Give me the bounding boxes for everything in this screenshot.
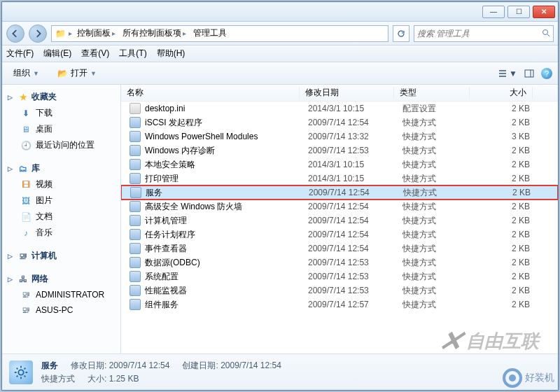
menu-edit[interactable]: 编辑(E): [43, 48, 71, 59]
file-name-label: 服务: [146, 187, 162, 199]
menu-help[interactable]: 帮助(H): [157, 48, 186, 59]
file-name-label: 打印管理: [145, 173, 178, 185]
breadcrumb-2[interactable]: 管理工具: [191, 27, 229, 40]
file-size: 2 KB: [472, 174, 536, 183]
sidebar-item-downloads[interactable]: ⬇下载: [2, 105, 120, 121]
star-icon: ★: [18, 92, 29, 103]
col-type[interactable]: 类型: [394, 87, 470, 99]
preview-pane-button[interactable]: [524, 69, 534, 78]
refresh-button[interactable]: [393, 25, 410, 42]
col-name[interactable]: 名称: [121, 87, 300, 99]
chevron-down-icon: ▼: [33, 70, 39, 77]
file-row[interactable]: desktop.ini2014/3/1 10:15配置设置2 KB: [121, 102, 558, 115]
sidebar-item-network-pc-0[interactable]: 🖳ADMINISTRATOR: [2, 287, 120, 302]
chevron-down-icon: ▼: [509, 69, 517, 78]
file-row[interactable]: 服务2009/7/14 12:54快捷方式2 KB: [121, 186, 558, 200]
recent-icon: 🕘: [20, 140, 31, 151]
file-row[interactable]: 计算机管理2009/7/14 12:54快捷方式2 KB: [121, 214, 558, 227]
file-row[interactable]: 数据源(ODBC)2009/7/14 12:53快捷方式2 KB: [121, 255, 558, 270]
file-name-label: iSCSI 发起程序: [145, 117, 202, 129]
menu-file[interactable]: 文件(F): [6, 48, 34, 59]
file-icon: [130, 145, 141, 156]
file-date: 2009/7/14 12:54: [302, 202, 397, 211]
file-date: 2009/7/14 12:53: [302, 258, 397, 267]
help-button[interactable]: ?: [541, 68, 552, 79]
file-date: 2009/7/14 12:54: [302, 244, 397, 253]
network-icon: 🖧: [18, 274, 29, 285]
desktop-icon: 🖥: [20, 124, 31, 135]
breadcrumb-0[interactable]: 控制面板▸: [75, 27, 118, 40]
file-date: 2009/7/14 12:53: [302, 272, 397, 281]
sidebar-item-videos[interactable]: 🎞视频: [2, 176, 120, 192]
file-row[interactable]: Windows 内存诊断2009/7/14 12:53快捷方式2 KB: [121, 144, 558, 158]
address-bar[interactable]: 📁 ▸ 控制面板▸ 所有控制面板项▸ 管理工具: [51, 25, 388, 42]
column-headers: 名称 修改日期 类型 大小: [121, 85, 558, 102]
maximize-button[interactable]: ☐: [507, 6, 530, 18]
file-icon: [130, 117, 141, 128]
file-row[interactable]: 打印管理2014/3/1 10:15快捷方式2 KB: [121, 172, 558, 186]
file-type: 快捷方式: [397, 299, 472, 311]
file-row[interactable]: 本地安全策略2014/3/1 10:15快捷方式2 KB: [121, 158, 558, 172]
sidebar-item-desktop[interactable]: 🖥桌面: [2, 121, 120, 137]
folder-icon: 📁: [55, 28, 66, 39]
sidebar-item-recent[interactable]: 🕘最近访问的位置: [2, 137, 120, 153]
pc-icon: 🖳: [20, 289, 31, 300]
organize-button[interactable]: 组织 ▼: [8, 65, 45, 81]
file-icon: [130, 159, 141, 170]
col-date[interactable]: 修改日期: [300, 87, 394, 99]
file-row[interactable]: Windows PowerShell Modules2009/7/14 13:3…: [121, 130, 558, 144]
file-row[interactable]: iSCSI 发起程序2009/7/14 12:54快捷方式2 KB: [121, 115, 558, 130]
close-button[interactable]: ✕: [533, 6, 555, 18]
file-icon: [130, 271, 141, 282]
col-size[interactable]: 大小: [470, 87, 533, 99]
sidebar-item-pictures[interactable]: 🖼图片: [2, 192, 120, 209]
file-icon: [130, 215, 141, 226]
file-name-label: 组件服务: [145, 299, 178, 311]
sidebar-item-documents[interactable]: 📄文档: [2, 209, 120, 225]
sidebar-item-network-pc-1[interactable]: 🖳ASUS-PC: [2, 302, 120, 318]
file-icon: [130, 229, 141, 240]
back-button[interactable]: [6, 24, 24, 43]
file-row[interactable]: 事件查看器2009/7/14 12:54快捷方式2 KB: [121, 241, 558, 255]
file-name-label: desktop.ini: [145, 104, 185, 113]
file-date: 2009/7/14 12:54: [302, 216, 397, 225]
menu-view[interactable]: 查看(V): [81, 48, 109, 59]
view-options-button[interactable]: ▼: [498, 69, 517, 78]
file-size: 2 KB: [472, 216, 536, 225]
file-row[interactable]: 任务计划程序2009/7/14 12:54快捷方式2 KB: [121, 227, 558, 241]
open-button[interactable]: 📂打开 ▼: [52, 65, 102, 81]
sidebar-computer-head[interactable]: ▷🖳计算机: [2, 248, 120, 264]
file-date: 2009/7/14 12:53: [302, 286, 397, 295]
chevron-right-icon: ▸: [112, 29, 115, 37]
file-date: 2009/7/14 12:54: [302, 230, 397, 239]
file-row[interactable]: 组件服务2009/7/14 12:57快捷方式2 KB: [121, 298, 558, 312]
sidebar-network-head[interactable]: ▷🖧网络: [2, 271, 120, 287]
file-row[interactable]: 性能监视器2009/7/14 12:53快捷方式2 KB: [121, 284, 558, 298]
search-box[interactable]: [414, 25, 554, 42]
file-size: 2 KB: [472, 202, 536, 211]
file-type: 快捷方式: [397, 159, 472, 171]
file-size: 2 KB: [472, 230, 536, 239]
titlebar: — ☐ ✕: [2, 2, 558, 22]
sidebar-item-music[interactable]: ♪音乐: [2, 225, 120, 241]
search-input[interactable]: [417, 29, 542, 38]
file-name-label: 计算机管理: [145, 215, 187, 227]
file-row[interactable]: 高级安全 Windows 防火墙2009/7/14 12:54快捷方式2 KB: [121, 200, 558, 214]
sidebar-favorites-head[interactable]: ▷★收藏夹: [2, 89, 120, 105]
sidebar-libraries-head[interactable]: ▷🗂库: [2, 160, 120, 176]
menu-tools[interactable]: 工具(T): [119, 48, 146, 59]
file-type: 快捷方式: [398, 187, 473, 199]
pc-icon: 🖳: [20, 304, 31, 316]
file-size: 2 KB: [472, 272, 536, 281]
file-icon: [130, 285, 141, 296]
minimize-button[interactable]: —: [482, 6, 505, 18]
svg-point-0: [543, 29, 548, 34]
explorer-window: — ☐ ✕ 📁 ▸ 控制面板▸ 所有控制面板项▸ 管理工具 文件(F) 编辑: [1, 1, 559, 391]
forward-button[interactable]: [29, 24, 47, 43]
breadcrumb-1[interactable]: 所有控制面板项▸: [120, 27, 188, 40]
file-row[interactable]: 系统配置2009/7/14 12:53快捷方式2 KB: [121, 270, 558, 284]
close-icon: ✕: [541, 8, 547, 15]
file-size: 2 KB: [472, 146, 536, 155]
file-name-label: 高级安全 Windows 防火墙: [145, 201, 242, 213]
file-size: 3 KB: [472, 132, 536, 141]
